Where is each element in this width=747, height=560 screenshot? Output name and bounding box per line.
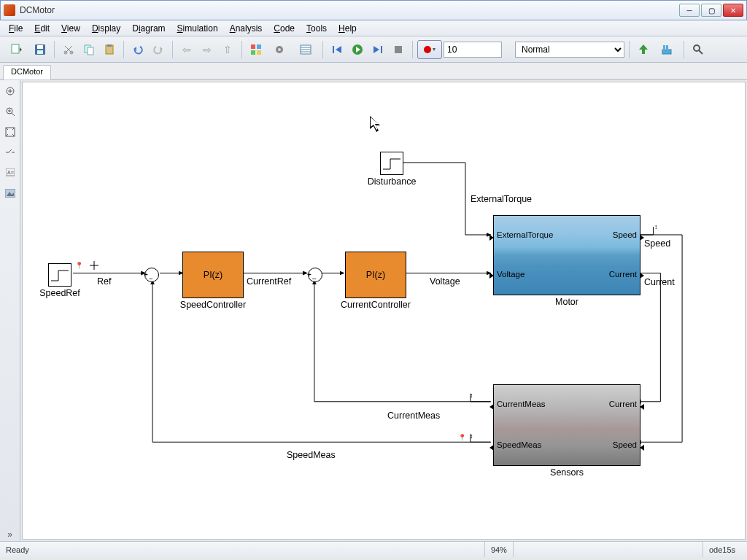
expand-palette-icon[interactable]: » xyxy=(4,528,17,541)
zoom-fit-icon[interactable] xyxy=(4,105,17,118)
cut-button[interactable] xyxy=(59,40,78,59)
svg-rect-28 xyxy=(381,46,382,53)
build-button[interactable] xyxy=(634,40,653,59)
menubar: File Edit View Display Diagram Simulatio… xyxy=(0,20,747,36)
svg-rect-4 xyxy=(37,50,43,54)
block-speedcontroller[interactable]: PI(z) SpeedController xyxy=(182,252,244,298)
svg-marker-57 xyxy=(489,273,494,279)
image-icon[interactable] xyxy=(4,187,17,200)
statusbar: Ready 94% ode15s xyxy=(0,541,747,557)
library-browser-button[interactable] xyxy=(247,40,266,59)
maximize-button[interactable]: ▢ xyxy=(701,4,721,17)
menu-diagram[interactable]: Diagram xyxy=(126,22,171,35)
paste-button[interactable] xyxy=(100,40,119,59)
forward-button[interactable]: ⇨ xyxy=(198,40,217,59)
fit-to-view-icon[interactable] xyxy=(4,125,17,139)
model-explorer-button[interactable] xyxy=(293,40,318,59)
menu-tools[interactable]: Tools xyxy=(301,22,333,35)
svg-rect-10 xyxy=(107,44,112,47)
menu-edit[interactable]: Edit xyxy=(28,22,55,35)
palette: A≡ » xyxy=(0,80,20,541)
svg-point-34 xyxy=(694,45,700,51)
log-badge-icon: 📍 xyxy=(458,434,466,441)
svg-marker-56 xyxy=(489,235,494,241)
block-motor-label: Motor xyxy=(555,297,578,307)
step-forward-button[interactable] xyxy=(368,40,387,59)
svg-marker-24 xyxy=(336,46,341,53)
save-button[interactable] xyxy=(31,40,50,59)
status-solver: ode15s xyxy=(703,542,741,557)
svg-point-18 xyxy=(278,48,281,51)
signal-voltage: Voltage xyxy=(430,276,460,287)
svg-line-40 xyxy=(12,113,15,116)
window-title: DCMotor xyxy=(20,5,679,15)
menu-analysis[interactable]: Analysis xyxy=(224,22,268,35)
app-icon xyxy=(4,4,15,16)
svg-marker-61 xyxy=(489,445,494,451)
signal-externaltorque: ExternalTorque xyxy=(471,194,532,204)
simulation-mode-select[interactable]: Normal xyxy=(515,42,624,58)
block-currentcontroller[interactable]: PI(z) CurrentController xyxy=(345,252,406,298)
signal-currentref: CurrentRef xyxy=(247,276,291,287)
testpoint-icon: ↕ xyxy=(654,223,658,230)
sum-current[interactable]: + − xyxy=(308,268,322,282)
svg-rect-3 xyxy=(37,45,43,49)
undo-button[interactable] xyxy=(128,40,147,59)
svg-rect-29 xyxy=(395,46,402,53)
toggle-sample-time-icon[interactable] xyxy=(4,146,17,159)
block-speedref[interactable]: SpeedRef xyxy=(48,263,71,287)
svg-rect-8 xyxy=(88,47,93,55)
menu-simulation[interactable]: Simulation xyxy=(171,22,224,35)
status-zoom: 94% xyxy=(484,542,513,557)
menu-view[interactable]: View xyxy=(55,22,86,35)
hide-explorer-icon[interactable] xyxy=(4,85,17,98)
svg-rect-32 xyxy=(663,45,665,49)
step-back-button[interactable] xyxy=(328,40,347,59)
log-badge-icon: 📍 xyxy=(75,262,83,269)
block-disturbance[interactable]: Disturbance xyxy=(380,152,403,175)
close-button[interactable]: ✕ xyxy=(723,4,743,17)
block-motor[interactable]: ExternalTorque Voltage Speed Current Mot… xyxy=(493,215,640,295)
svg-rect-16 xyxy=(257,50,261,55)
testpoint-icon xyxy=(90,261,98,271)
block-sensors[interactable]: CurrentMeas SpeedMeas Current Speed Sens… xyxy=(493,384,640,466)
new-model-button[interactable] xyxy=(4,40,29,59)
up-button[interactable]: ⇧ xyxy=(218,40,237,59)
signal-speedmeas: SpeedMeas xyxy=(287,450,336,460)
record-icon xyxy=(424,46,431,53)
menu-code[interactable]: Code xyxy=(268,22,301,35)
tab-row: DCMotor xyxy=(0,63,747,80)
menu-display[interactable]: Display xyxy=(86,22,126,35)
record-button[interactable]: ▾ xyxy=(417,40,442,59)
svg-rect-31 xyxy=(662,50,671,54)
stop-time-input[interactable] xyxy=(444,42,502,58)
svg-marker-62 xyxy=(640,404,644,410)
svg-rect-14 xyxy=(257,44,261,49)
stop-button[interactable] xyxy=(389,40,408,59)
run-button[interactable] xyxy=(348,40,367,59)
model-config-button[interactable] xyxy=(267,40,292,59)
signal-currentmeas: CurrentMeas xyxy=(387,411,440,421)
copy-button[interactable] xyxy=(80,40,98,59)
block-currentcontroller-label: CurrentController xyxy=(341,300,411,310)
redo-button[interactable] xyxy=(149,40,168,59)
annotation-icon[interactable]: A≡ xyxy=(4,166,17,179)
wires-layer xyxy=(23,82,745,539)
back-button[interactable]: ⇦ xyxy=(177,40,196,59)
block-speedcontroller-label: SpeedController xyxy=(180,300,246,310)
find-button[interactable] xyxy=(689,40,708,59)
menu-file[interactable]: File xyxy=(3,22,28,35)
svg-rect-0 xyxy=(12,44,19,53)
minimize-button[interactable]: ─ xyxy=(679,4,700,17)
svg-line-35 xyxy=(699,50,703,54)
svg-marker-1 xyxy=(20,47,22,52)
menu-help[interactable]: Help xyxy=(333,22,363,35)
svg-rect-23 xyxy=(333,46,334,53)
signal-ref: Ref xyxy=(97,276,111,287)
tab-dcmotor[interactable]: DCMotor xyxy=(3,65,51,79)
svg-marker-60 xyxy=(489,404,494,410)
deploy-button[interactable] xyxy=(654,40,679,59)
sum-speed[interactable]: + − xyxy=(144,268,159,282)
canvas[interactable]: SpeedRef 📍 Disturbance + − + − xyxy=(22,82,746,540)
svg-marker-30 xyxy=(639,44,648,54)
